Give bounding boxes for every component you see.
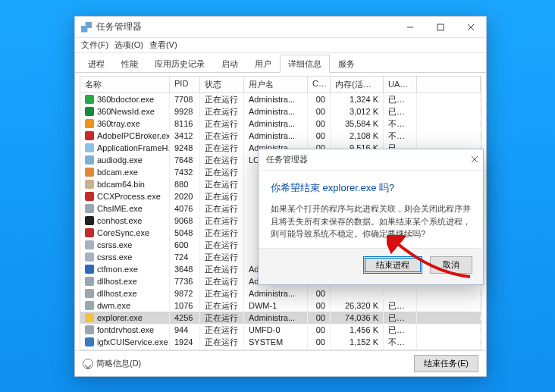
menu-file[interactable]: 文件(F) bbox=[81, 39, 108, 51]
maximize-button[interactable] bbox=[425, 17, 456, 38]
cell-name: 360tray.exe bbox=[97, 119, 140, 128]
titlebar: 任务管理器 bbox=[75, 17, 486, 38]
cell-name: igfxCUIService.exe bbox=[97, 337, 168, 347]
process-icon bbox=[85, 289, 94, 298]
cell-name: ChsIME.exe bbox=[97, 204, 143, 213]
cell-name: 360bdoctor.exe bbox=[97, 95, 154, 104]
process-icon bbox=[85, 216, 94, 225]
dialog-text: 如果某个打开的程序与此进程关联，则会关闭此程序并且将丢失所有未保存的数据。如果结… bbox=[271, 202, 471, 240]
cell-name: audiodg.exe bbox=[97, 155, 143, 165]
process-icon bbox=[85, 204, 94, 213]
cell-virt bbox=[417, 121, 481, 126]
dialog-end-process-button[interactable]: 结束进程 bbox=[363, 256, 422, 274]
process-icon bbox=[85, 107, 94, 116]
svg-rect-1 bbox=[437, 24, 444, 30]
brief-info-toggle[interactable]: 简略信息(D) bbox=[83, 358, 141, 369]
col-name[interactable]: 名称 bbox=[80, 77, 170, 93]
process-icon bbox=[85, 143, 94, 152]
cell-name: dwm.exe bbox=[97, 301, 130, 310]
process-icon bbox=[85, 277, 94, 286]
chevron-down-icon bbox=[83, 359, 93, 369]
cell-name: ApplicationFrameH... bbox=[97, 143, 170, 152]
dialog-buttons: 结束进程 取消 bbox=[259, 248, 483, 284]
cell-virt bbox=[417, 109, 481, 114]
process-icon bbox=[85, 301, 94, 310]
process-icon bbox=[85, 192, 94, 201]
cell-name: CCXProcess.exe bbox=[97, 192, 161, 201]
confirm-dialog: 任务管理器 你希望结束 explorer.exe 吗? 如果某个打开的程序与此进… bbox=[258, 149, 484, 285]
col-status[interactable]: 状态 bbox=[200, 77, 244, 93]
process-icon bbox=[85, 119, 94, 128]
process-icon bbox=[85, 265, 94, 274]
menu-options[interactable]: 选项(O) bbox=[114, 39, 143, 51]
tab-0[interactable]: 进程 bbox=[80, 55, 113, 73]
table-row[interactable]: 360NewsId.exe9928正在运行Administra...003,01… bbox=[80, 105, 481, 118]
cell-virt bbox=[417, 340, 481, 344]
process-icon bbox=[85, 325, 94, 334]
col-uac[interactable]: UAC 虚拟化 bbox=[384, 77, 417, 93]
table-row[interactable]: fontdrvhost.exe944正在运行UMFD-0001,456 K已禁用 bbox=[80, 324, 481, 336]
dialog-titlebar: 任务管理器 bbox=[259, 149, 483, 171]
dialog-heading: 你希望结束 explorer.exe 吗? bbox=[271, 181, 471, 195]
cell-name: dllhost.exe bbox=[97, 277, 137, 286]
process-icon bbox=[85, 337, 94, 347]
dialog-title: 任务管理器 bbox=[266, 154, 308, 165]
cell-name: CoreSync.exe bbox=[97, 228, 149, 237]
cell-name: 360NewsId.exe bbox=[97, 107, 155, 116]
table-row[interactable]: igfxCUIService.exe1924正在运行SYSTEM001,152 … bbox=[80, 336, 481, 348]
end-task-button[interactable]: 结束任务(E) bbox=[414, 355, 478, 372]
tab-2[interactable]: 应用历史记录 bbox=[146, 55, 213, 73]
app-icon bbox=[81, 22, 92, 33]
process-icon bbox=[85, 95, 94, 104]
cell-name: explorer.exe bbox=[97, 313, 143, 322]
brief-info-label: 简略信息(D) bbox=[96, 358, 141, 369]
cell-mem bbox=[331, 291, 384, 296]
cell-name: AdobeIPCBroker.exe bbox=[97, 131, 170, 140]
cell-name: csrss.exe bbox=[97, 252, 132, 262]
cell-virt bbox=[417, 328, 481, 332]
process-icon bbox=[85, 240, 94, 249]
process-icon bbox=[85, 252, 94, 262]
tab-5[interactable]: 详细信息 bbox=[280, 55, 330, 73]
menu-view[interactable]: 查看(V) bbox=[149, 39, 177, 51]
cell-name: conhost.exe bbox=[97, 216, 142, 225]
cell-virt bbox=[417, 303, 481, 308]
tab-3[interactable]: 启动 bbox=[213, 55, 246, 73]
process-icon bbox=[85, 168, 94, 177]
col-user[interactable]: 用户名 bbox=[244, 77, 308, 93]
menubar: 文件(F) 选项(O) 查看(V) bbox=[75, 38, 486, 53]
tabstrip: 进程性能应用历史记录启动用户详细信息服务 bbox=[75, 53, 486, 73]
col-virt[interactable] bbox=[417, 77, 481, 93]
table-row[interactable]: 360bdoctor.exe7708正在运行Administra...001,3… bbox=[80, 93, 481, 105]
process-icon bbox=[85, 131, 94, 140]
table-row[interactable]: 360tray.exe8116正在运行Administra...0035,584… bbox=[80, 118, 481, 130]
process-icon bbox=[85, 313, 94, 322]
footer: 简略信息(D) 结束任务(E) bbox=[75, 350, 486, 376]
close-button[interactable] bbox=[456, 17, 486, 38]
tab-1[interactable]: 性能 bbox=[113, 55, 146, 73]
table-row[interactable]: dllhost.exe9872正在运行Administra...00 bbox=[80, 287, 481, 299]
process-icon bbox=[85, 228, 94, 237]
cell-name: bdcam.exe bbox=[97, 168, 138, 177]
cell-name: csrss.exe bbox=[97, 240, 132, 249]
cell-name: dllhost.exe bbox=[97, 289, 137, 298]
tab-6[interactable]: 服务 bbox=[330, 55, 363, 73]
col-mem[interactable]: 内存(活动的... bbox=[331, 77, 384, 93]
process-icon bbox=[85, 155, 94, 165]
col-cpu[interactable]: CPU bbox=[308, 77, 331, 93]
col-pid[interactable]: PID bbox=[170, 77, 200, 93]
dialog-cancel-button[interactable]: 取消 bbox=[430, 256, 472, 274]
table-row[interactable]: dwm.exe1076正在运行DWM-10026,320 K已禁用 bbox=[80, 299, 481, 312]
cell-name: bdcam64.bin bbox=[97, 180, 145, 189]
table-row[interactable]: AdobeIPCBroker.exe3412正在运行Administra...0… bbox=[80, 130, 481, 142]
cell-uac bbox=[384, 291, 417, 296]
cell-virt bbox=[417, 315, 481, 320]
minimize-button[interactable] bbox=[395, 17, 425, 38]
dialog-body: 你希望结束 explorer.exe 吗? 如果某个打开的程序与此进程关联，则会… bbox=[259, 171, 483, 248]
cell-virt bbox=[417, 97, 481, 102]
tab-4[interactable]: 用户 bbox=[246, 55, 280, 73]
table-row[interactable]: explorer.exe4256正在运行Administra...0074,03… bbox=[80, 312, 481, 324]
cell-name: fontdrvhost.exe bbox=[97, 325, 154, 334]
dialog-close-button[interactable] bbox=[471, 155, 478, 165]
process-icon bbox=[85, 180, 94, 189]
